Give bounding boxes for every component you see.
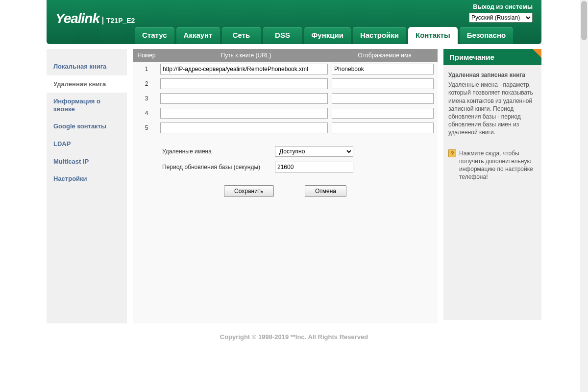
note-panel: Примечание Удаленная записная книга Удал… <box>443 49 541 323</box>
sidebar-item-multicast-ip[interactable]: Multicast IP <box>47 153 127 171</box>
tab-contacts[interactable]: Контакты <box>408 27 458 44</box>
cancel-button[interactable]: Отмена <box>305 185 346 197</box>
col-header-number: Номер <box>133 49 160 62</box>
tab-settings[interactable]: Настройки <box>353 27 406 44</box>
footer-copyright: Copyright © 1998-2019 **Inc. All Rights … <box>47 328 541 350</box>
note-heading: Удаленная записная книга <box>448 71 537 79</box>
note-title: Примечание <box>443 49 541 65</box>
table-row: 1 <box>133 62 438 76</box>
parameters: Удаленные имена Доступно Период обновлен… <box>133 135 438 172</box>
remote-names-label: Удаленные имена <box>162 148 275 155</box>
table-row: 3 <box>133 91 438 106</box>
tab-account[interactable]: Аккаунт <box>176 27 220 44</box>
url-input-1[interactable] <box>160 64 328 74</box>
name-input-2[interactable] <box>332 78 434 89</box>
tab-security[interactable]: Безопасно <box>460 27 513 44</box>
table-row: 5 <box>133 121 438 135</box>
name-input-1[interactable] <box>332 64 434 74</box>
sidebar-item-local-book[interactable]: Локальная книга <box>47 58 127 75</box>
name-input-4[interactable] <box>332 108 434 119</box>
main-tabs: Статус Аккаунт Сеть DSS Функции Настройк… <box>135 27 513 44</box>
row-number: 1 <box>133 66 160 73</box>
col-header-name: Отображаемое имя <box>332 49 438 62</box>
url-input-3[interactable] <box>160 93 328 104</box>
row-number: 5 <box>133 124 160 131</box>
tab-status[interactable]: Статус <box>135 27 174 44</box>
device-model: T21P_E2 <box>102 17 135 24</box>
save-button[interactable]: Сохранить <box>224 185 274 197</box>
note-text: Удаленные имена - параметр, который позв… <box>448 81 533 136</box>
main-content: Номер Путь к книге (URL) Отображаемое им… <box>133 49 438 323</box>
name-input-3[interactable] <box>332 93 434 104</box>
sidebar-item-ldap[interactable]: LDAP <box>47 135 127 153</box>
language-select[interactable]: Русский (Russian) <box>469 13 533 23</box>
tab-functions[interactable]: Функции <box>304 27 351 44</box>
row-number: 3 <box>133 95 160 102</box>
tab-dss[interactable]: DSS <box>263 27 302 44</box>
corner-icon <box>533 49 541 58</box>
row-number: 4 <box>133 110 160 117</box>
sidebar-item-call-info[interactable]: Информация о звонке <box>47 93 127 118</box>
row-number: 2 <box>133 80 160 87</box>
url-input-4[interactable] <box>160 108 328 119</box>
col-header-url: Путь к книге (URL) <box>160 49 332 62</box>
phonebook-table: Номер Путь к книге (URL) Отображаемое им… <box>133 49 438 135</box>
name-input-5[interactable] <box>332 122 434 133</box>
sidebar-item-settings[interactable]: Настройки <box>47 170 127 188</box>
refresh-period-input[interactable] <box>275 162 353 172</box>
refresh-period-label: Период обновления базы (секунды) <box>162 164 275 171</box>
remote-names-select[interactable]: Доступно <box>275 146 353 157</box>
table-row: 2 <box>133 76 438 91</box>
scrollbar-thumb[interactable] <box>581 1 587 40</box>
sidebar-item-remote-book[interactable]: Удаленная книга <box>47 75 127 93</box>
help-icon[interactable]: ? <box>448 149 456 157</box>
note-hint-text[interactable]: Нажмите сюда, чтобы получить дополнитель… <box>459 149 537 181</box>
sidebar-item-google-contacts[interactable]: Google контакты <box>47 118 127 135</box>
logout-link[interactable]: Выход из системы <box>473 3 533 10</box>
brand-logo: Yealink <box>55 11 99 26</box>
vertical-scrollbar[interactable] <box>580 0 588 392</box>
url-input-5[interactable] <box>160 122 328 133</box>
sidebar: Локальная книга Удаленная книга Информац… <box>47 49 127 323</box>
tab-network[interactable]: Сеть <box>222 27 261 44</box>
table-row: 4 <box>133 106 438 121</box>
table-header-row: Номер Путь к книге (URL) Отображаемое им… <box>133 49 438 62</box>
url-input-2[interactable] <box>160 78 328 89</box>
header: Выход из системы Русский (Russian) Yeali… <box>47 0 541 44</box>
